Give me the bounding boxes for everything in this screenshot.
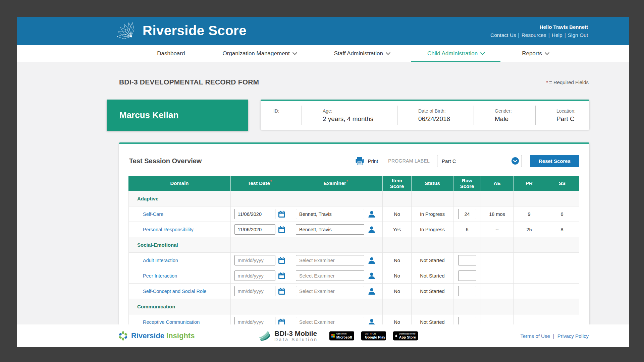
- ae-value: --: [495, 227, 499, 232]
- ss-value: 8: [560, 227, 563, 232]
- student-name-card: Marcus Kellan: [107, 100, 248, 131]
- ss-value: 6: [560, 212, 563, 217]
- item-score-value: No: [394, 289, 400, 294]
- domain-link[interactable]: Personal Responsibility: [143, 227, 194, 232]
- nav-dashboard[interactable]: Dashboard: [157, 45, 185, 62]
- test-date-input[interactable]: [234, 286, 275, 296]
- status-value: Not Started: [420, 319, 444, 325]
- terms-of-use-link[interactable]: Terms of Use: [520, 333, 550, 339]
- contact-us-link[interactable]: Contact Us: [490, 32, 516, 38]
- microsoft-icon: [331, 334, 335, 338]
- pr-value: 25: [526, 227, 532, 232]
- user-greeting: Hello Travis Bennett: [490, 24, 588, 30]
- category-label: Communication: [137, 304, 175, 309]
- chevron-down-circle-icon: [511, 157, 519, 165]
- examiner-input[interactable]: [296, 209, 364, 219]
- raw-score-input[interactable]: [458, 270, 476, 281]
- raw-score-input[interactable]: [458, 209, 476, 219]
- test-date-input[interactable]: [234, 209, 275, 219]
- calendar-icon[interactable]: [278, 288, 285, 295]
- status-value: In Progress: [420, 227, 445, 232]
- domain-link[interactable]: Adult Interaction: [143, 258, 178, 263]
- footer-links: Terms of Use | Privacy Policy: [520, 333, 589, 339]
- field-value: 2 years, 4 months: [323, 115, 397, 123]
- student-dob-field: Date of Birth: 06/24/2018: [397, 106, 474, 125]
- privacy-policy-link[interactable]: Privacy Policy: [557, 333, 589, 339]
- program-select[interactable]: Part C: [437, 155, 522, 167]
- apple-icon: [395, 334, 397, 338]
- item-score-value: Yes: [393, 227, 401, 232]
- domain-row-self-concept-and-social-role: Self-Concept and Social RoleNoNot Starte…: [128, 284, 579, 299]
- printer-icon[interactable]: [355, 157, 364, 165]
- person-icon[interactable]: [368, 210, 376, 218]
- nav-staff-administration[interactable]: Staff Administration: [334, 45, 390, 62]
- test-session-table: DomainTest Date*Examiner*Item ScoreStatu…: [128, 176, 579, 330]
- domain-link[interactable]: Peer Interaction: [143, 273, 177, 279]
- category-row-communication: Communication: [128, 299, 579, 314]
- sign-out-link[interactable]: Sign Out: [568, 32, 588, 38]
- status-value: Not Started: [420, 258, 444, 263]
- user-block: Hello Travis Bennett Contact Us|Resource…: [490, 24, 588, 38]
- nav-child-administration[interactable]: Child Administration: [427, 45, 484, 62]
- examiner-input[interactable]: [296, 224, 364, 235]
- item-score-value: No: [394, 258, 400, 263]
- column-header-item-score: Item Score: [383, 176, 412, 191]
- status-value: Not Started: [420, 273, 444, 279]
- status-value: In Progress: [420, 212, 445, 217]
- domain-link[interactable]: Receptive Communication: [143, 319, 200, 325]
- student-id-field: ID:: [261, 106, 302, 125]
- examiner-input[interactable]: [296, 270, 364, 281]
- raw-score-input[interactable]: [458, 286, 476, 296]
- reset-scores-button[interactable]: Reset Scores: [530, 155, 579, 167]
- required-star: *: [346, 180, 348, 184]
- category-row-adaptive: Adaptive: [128, 191, 579, 206]
- print-button[interactable]: Print: [368, 158, 378, 164]
- calendar-icon[interactable]: [278, 272, 285, 280]
- resources-link[interactable]: Resources: [522, 32, 546, 38]
- app-store-badge[interactable]: Download on the App Store: [393, 331, 418, 340]
- field-value: 06/24/2018: [418, 115, 474, 123]
- link-separator: |: [548, 32, 550, 38]
- domain-link[interactable]: Self-Care: [143, 212, 163, 217]
- google-play-badge[interactable]: GET IT ON Google Play: [361, 331, 386, 340]
- link-separator: |: [553, 333, 554, 339]
- table-body: AdaptiveSelf-CareNoIn Progress18 mos96Pe…: [128, 191, 579, 330]
- field-label: Gender:: [495, 108, 535, 114]
- student-age-field: Age: 2 years, 4 months: [302, 106, 397, 125]
- nav-reports[interactable]: Reports: [522, 45, 549, 62]
- help-link[interactable]: Help: [552, 32, 562, 38]
- program-label: PROGRAM LABEL: [388, 158, 430, 164]
- product-name: BDI-3 Mobile: [274, 329, 318, 337]
- domain-row-self-care: Self-CareNoIn Progress18 mos96: [128, 206, 579, 222]
- column-header-ss: SS: [545, 176, 579, 191]
- examiner-input[interactable]: [296, 255, 364, 265]
- nav-label: Reports: [522, 50, 542, 57]
- bdi3-leaf-icon: [259, 330, 271, 341]
- brand-logo-icon[interactable]: [116, 21, 135, 42]
- test-date-input[interactable]: [234, 270, 275, 281]
- pr-value: 9: [528, 212, 530, 217]
- test-date-input[interactable]: [234, 255, 275, 265]
- app-title[interactable]: Riverside Score: [143, 23, 247, 38]
- calendar-icon[interactable]: [278, 257, 285, 264]
- chevron-down-icon: [545, 50, 549, 55]
- person-icon[interactable]: [368, 288, 376, 295]
- student-row: Marcus Kellan ID: Age: 2 years, 4 months…: [107, 100, 629, 131]
- calendar-icon[interactable]: [278, 226, 285, 233]
- person-icon[interactable]: [368, 272, 376, 280]
- raw-score-input[interactable]: [458, 255, 476, 265]
- student-name-link[interactable]: Marcus Kellan: [119, 110, 178, 120]
- person-icon[interactable]: [368, 226, 376, 233]
- calendar-icon[interactable]: [278, 210, 285, 218]
- product-subtitle: Data Solution: [274, 337, 318, 342]
- examiner-input[interactable]: [296, 286, 364, 296]
- nav-organization-management[interactable]: Organization Management: [222, 45, 296, 62]
- column-header-status: Status: [412, 176, 453, 191]
- required-star: *: [546, 79, 548, 85]
- item-score-value: No: [394, 319, 400, 325]
- person-icon[interactable]: [368, 257, 376, 264]
- domain-link[interactable]: Self-Concept and Social Role: [143, 289, 206, 294]
- microsoft-store-badge[interactable]: Get it from Microsoft: [329, 331, 354, 340]
- item-score-value: No: [394, 212, 400, 217]
- test-date-input[interactable]: [234, 224, 275, 235]
